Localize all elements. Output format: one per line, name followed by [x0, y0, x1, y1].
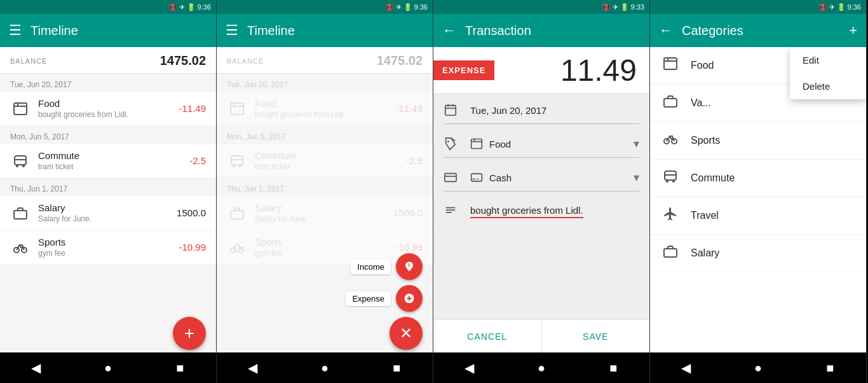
transaction-sports-1[interactable]: Sports gym fee -10.99 — [0, 230, 216, 265]
commute-details-1: Commute tram ticket — [38, 150, 182, 171]
sports-amount-2: -10.99 — [395, 242, 423, 253]
salary-name-1: Salary — [38, 202, 169, 213]
briefcase-icon-2 — [227, 203, 247, 223]
status-icons-2: 📵 ✈ 🔋 9:36 — [385, 3, 428, 11]
fab-close-2[interactable]: ✕ — [390, 317, 423, 350]
transaction-salary-2[interactable]: Salary Salary for June. 1500.0 — [217, 196, 433, 230]
nav-square-4[interactable]: ■ — [817, 355, 843, 380]
category-item-salary[interactable]: Salary — [650, 235, 866, 272]
category-item-food[interactable]: Food Edit Delete — [650, 47, 866, 85]
balance-amount-1: 1475.02 — [160, 53, 206, 68]
commute-note-1: tram ticket — [38, 162, 182, 171]
status-bar-3: 📵 ✈ 🔋 9:33 — [433, 0, 649, 14]
nav-back-2[interactable]: ◀ — [240, 355, 266, 380]
note-field[interactable]: bought groceries from Lidl. — [470, 205, 639, 218]
date-section-p2-1: Mon, Jun 5, 2017 — [217, 126, 433, 144]
nav-back-3[interactable]: ◀ — [457, 355, 482, 380]
transaction-food-2[interactable]: Food bought groceries from Lidl. -11.49 — [217, 92, 433, 126]
nav-back-4[interactable]: ◀ — [674, 355, 699, 380]
food-amount-1: -11.49 — [179, 103, 206, 114]
account-field[interactable]: Cash ▾ — [470, 171, 639, 185]
status-bar-2: 📵 ✈ 🔋 9:36 — [217, 0, 433, 14]
bottom-nav-3: ◀ ● ■ — [433, 352, 649, 383]
fab-add-1[interactable]: + — [173, 317, 206, 350]
wifi-icon-2: 📵 — [385, 3, 394, 11]
speed-dial: Income $ Expense — [346, 253, 423, 312]
category-item-commute[interactable]: Commute — [650, 160, 866, 197]
travel-cat-name: Travel — [691, 210, 719, 221]
form-row-note: bought groceries from Lidl. — [444, 204, 639, 225]
back-icon-4[interactable]: ← — [659, 22, 673, 39]
balance-label-1: BALANCE — [10, 57, 47, 65]
balance-bar-1: BALANCE 1475.02 — [0, 47, 216, 74]
expense-btn[interactable] — [396, 285, 423, 312]
time-display-1: 9:36 — [198, 3, 211, 11]
bottom-nav-2: ◀ ● ■ — [217, 352, 433, 383]
svg-rect-0 — [14, 103, 27, 115]
sports-details-1: Sports gym fee — [38, 237, 171, 258]
nav-home-2[interactable]: ● — [312, 355, 337, 380]
menu-icon-1[interactable]: ☰ — [9, 22, 22, 39]
commute-amount-1: -2.5 — [189, 155, 206, 166]
svg-rect-34 — [471, 174, 482, 181]
app-bar-4: ← Categories + — [650, 14, 866, 47]
category-field[interactable]: Food ▾ — [470, 137, 639, 151]
category-value: Food — [489, 139, 511, 150]
menu-icon-2[interactable]: ☰ — [226, 22, 238, 39]
svg-rect-29 — [471, 139, 482, 149]
transaction-commute-2[interactable]: Commute tram ticket -2.5 — [217, 144, 433, 178]
airplane-icon-4: ✈ — [829, 3, 835, 11]
speed-dial-income[interactable]: Income $ — [351, 253, 423, 280]
commute-details-2: Commute tram ticket — [255, 150, 398, 171]
commute-cat-name: Commute — [691, 172, 735, 184]
transaction-salary-1[interactable]: Salary Salary for June. 1500.0 — [0, 196, 216, 230]
svg-rect-24 — [445, 106, 456, 116]
app-bar-2: ☰ Timeline — [217, 14, 433, 47]
tx-form: Tue, Jun 20, 2017 Food ▾ — [433, 93, 649, 319]
various-cat-icon — [663, 94, 678, 113]
commute-name-2: Commute — [255, 150, 398, 161]
svg-rect-32 — [445, 174, 456, 182]
commute-note-2: tram ticket — [255, 162, 398, 171]
amount-display: 11.49 — [494, 46, 649, 94]
battery-icon-4: 🔋 — [837, 3, 846, 11]
nav-home-1[interactable]: ● — [95, 355, 121, 380]
context-edit[interactable]: Edit — [790, 47, 866, 73]
salary-note-2: Salary for June. — [255, 214, 386, 223]
add-category-icon[interactable]: + — [849, 22, 857, 39]
food-icon-1 — [10, 99, 31, 119]
context-delete[interactable]: Delete — [790, 73, 866, 99]
svg-point-18 — [239, 165, 241, 167]
date-field[interactable]: Tue, Jun 20, 2017 — [470, 105, 639, 116]
svg-rect-35 — [472, 179, 475, 180]
nav-square-2[interactable]: ■ — [384, 355, 409, 380]
bus-icon-2 — [227, 151, 247, 171]
category-item-sports[interactable]: Sports — [650, 122, 866, 160]
nav-square-1[interactable]: ■ — [167, 355, 193, 380]
context-menu: Edit Delete — [790, 47, 866, 99]
date-section-p2-2: Thu, Jun 1, 2017 — [217, 178, 433, 196]
category-item-travel[interactable]: Travel — [650, 197, 866, 235]
nav-home-3[interactable]: ● — [529, 355, 554, 380]
cancel-button[interactable]: CANCEL — [433, 320, 542, 352]
speed-dial-expense[interactable]: Expense — [346, 285, 423, 312]
transaction-commute-1[interactable]: Commute tram ticket -2.5 — [0, 144, 216, 178]
date-value: Tue, Jun 20, 2017 — [470, 105, 546, 116]
airplane-icon-3: ✈ — [613, 3, 618, 11]
back-icon-3[interactable]: ← — [442, 22, 456, 39]
date-section-p1-0: Tue, Jun 20, 2017 — [0, 74, 216, 92]
nav-square-3[interactable]: ■ — [600, 355, 626, 380]
food-name-2: Food — [255, 98, 388, 109]
food-details-2: Food bought groceries from Lidl. — [255, 98, 388, 119]
svg-point-17 — [233, 165, 235, 167]
calendar-icon — [444, 103, 460, 117]
nav-home-4[interactable]: ● — [745, 355, 771, 380]
save-button[interactable]: SAVE — [542, 320, 650, 352]
food-note-2: bought groceries from Lidl. — [255, 110, 388, 119]
income-btn[interactable]: $ — [396, 253, 423, 280]
expense-badge[interactable]: EXPENSE — [433, 60, 494, 80]
nav-back-1[interactable]: ◀ — [24, 355, 49, 380]
sports-amount-1: -10.99 — [179, 242, 206, 253]
salary-name-2: Salary — [255, 202, 386, 213]
transaction-food-1[interactable]: Food bought groceries from Lidl. -11.49 — [0, 92, 216, 126]
